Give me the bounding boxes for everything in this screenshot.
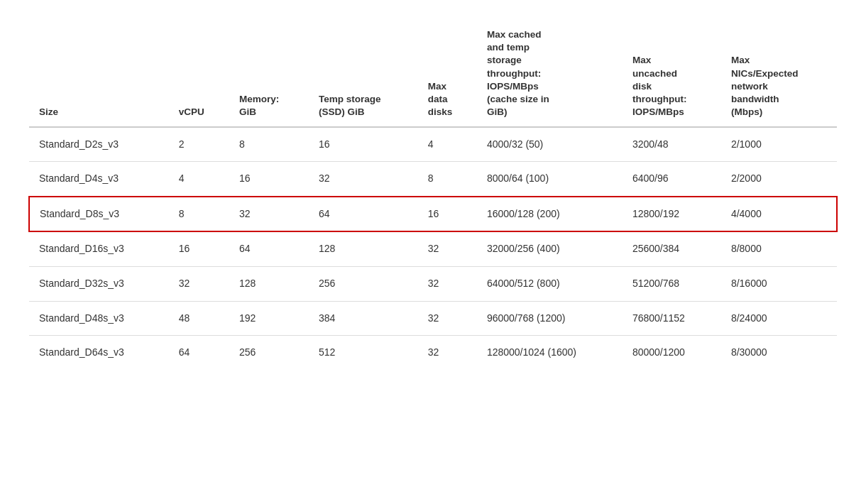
cell-max_nics: 8/30000 xyxy=(721,336,837,370)
cell-max_data_disks: 32 xyxy=(418,301,477,336)
cell-size: Standard_D2s_v3 xyxy=(29,127,169,162)
cell-vcpu: 4 xyxy=(169,162,229,197)
cell-max_uncached: 6400/96 xyxy=(623,162,721,197)
cell-size: Standard_D8s_v3 xyxy=(29,197,169,232)
cell-memory: 192 xyxy=(229,301,309,336)
cell-memory: 128 xyxy=(229,266,309,301)
cell-memory: 32 xyxy=(229,197,309,232)
cell-max_uncached: 76800/1152 xyxy=(623,301,721,336)
cell-temp_storage: 384 xyxy=(309,301,418,336)
table-header-row: Size vCPU Memory:GiB Temp storage(SSD) G… xyxy=(29,21,837,127)
cell-max_nics: 2/1000 xyxy=(721,127,837,162)
col-header-temp-storage: Temp storage(SSD) GiB xyxy=(309,21,418,127)
col-header-size: Size xyxy=(29,21,169,127)
cell-max_cached: 16000/128 (200) xyxy=(477,197,623,232)
cell-max_data_disks: 32 xyxy=(418,336,477,370)
cell-max_cached: 4000/32 (50) xyxy=(477,127,623,162)
col-header-max-cached: Max cachedand tempstoragethroughput:IOPS… xyxy=(477,21,623,127)
cell-vcpu: 8 xyxy=(169,197,229,232)
cell-memory: 64 xyxy=(229,231,309,266)
cell-max_nics: 8/24000 xyxy=(721,301,837,336)
col-header-vcpu: vCPU xyxy=(169,21,229,127)
cell-size: Standard_D4s_v3 xyxy=(29,162,169,197)
cell-size: Standard_D32s_v3 xyxy=(29,266,169,301)
cell-vcpu: 32 xyxy=(169,266,229,301)
cell-memory: 16 xyxy=(229,162,309,197)
cell-vcpu: 2 xyxy=(169,127,229,162)
table-row: Standard_D8s_v3832641616000/128 (200)128… xyxy=(29,197,837,232)
cell-size: Standard_D48s_v3 xyxy=(29,301,169,336)
table-row: Standard_D16s_v316641283232000/256 (400)… xyxy=(29,231,837,266)
cell-max_cached: 32000/256 (400) xyxy=(477,231,623,266)
cell-memory: 256 xyxy=(229,336,309,370)
cell-temp_storage: 256 xyxy=(309,266,418,301)
cell-max_data_disks: 32 xyxy=(418,266,477,301)
vm-specs-table-container: Size vCPU Memory:GiB Temp storage(SSD) G… xyxy=(28,21,838,370)
cell-memory: 8 xyxy=(229,127,309,162)
table-row: Standard_D2s_v3281644000/32 (50)3200/482… xyxy=(29,127,837,162)
cell-max_uncached: 80000/1200 xyxy=(623,336,721,370)
cell-temp_storage: 16 xyxy=(309,127,418,162)
cell-max_nics: 2/2000 xyxy=(721,162,837,197)
cell-max_data_disks: 32 xyxy=(418,231,477,266)
cell-temp_storage: 32 xyxy=(309,162,418,197)
cell-vcpu: 16 xyxy=(169,231,229,266)
cell-max_uncached: 3200/48 xyxy=(623,127,721,162)
cell-max_cached: 8000/64 (100) xyxy=(477,162,623,197)
col-header-max-uncached: Maxuncacheddiskthroughput:IOPS/MBps xyxy=(623,21,721,127)
table-row: Standard_D32s_v3321282563264000/512 (800… xyxy=(29,266,837,301)
col-header-memory: Memory:GiB xyxy=(229,21,309,127)
cell-max_cached: 128000/1024 (1600) xyxy=(477,336,623,370)
col-header-max-data-disks: Maxdatadisks xyxy=(418,21,477,127)
cell-vcpu: 48 xyxy=(169,301,229,336)
cell-max_uncached: 51200/768 xyxy=(623,266,721,301)
cell-max_nics: 4/4000 xyxy=(721,197,837,232)
cell-max_uncached: 25600/384 xyxy=(623,231,721,266)
cell-temp_storage: 512 xyxy=(309,336,418,370)
cell-max_cached: 96000/768 (1200) xyxy=(477,301,623,336)
cell-vcpu: 64 xyxy=(169,336,229,370)
cell-max_data_disks: 4 xyxy=(418,127,477,162)
col-header-max-nics: MaxNICs/Expectednetworkbandwidth(Mbps) xyxy=(721,21,837,127)
cell-temp_storage: 64 xyxy=(309,197,418,232)
table-row: Standard_D64s_v36425651232128000/1024 (1… xyxy=(29,336,837,370)
vm-specs-table: Size vCPU Memory:GiB Temp storage(SSD) G… xyxy=(28,21,838,370)
cell-max_cached: 64000/512 (800) xyxy=(477,266,623,301)
cell-max_nics: 8/8000 xyxy=(721,231,837,266)
cell-size: Standard_D16s_v3 xyxy=(29,231,169,266)
cell-temp_storage: 128 xyxy=(309,231,418,266)
cell-max_data_disks: 8 xyxy=(418,162,477,197)
cell-max_nics: 8/16000 xyxy=(721,266,837,301)
cell-max_data_disks: 16 xyxy=(418,197,477,232)
cell-size: Standard_D64s_v3 xyxy=(29,336,169,370)
table-row: Standard_D4s_v34163288000/64 (100)6400/9… xyxy=(29,162,837,197)
cell-max_uncached: 12800/192 xyxy=(623,197,721,232)
table-row: Standard_D48s_v3481923843296000/768 (120… xyxy=(29,301,837,336)
